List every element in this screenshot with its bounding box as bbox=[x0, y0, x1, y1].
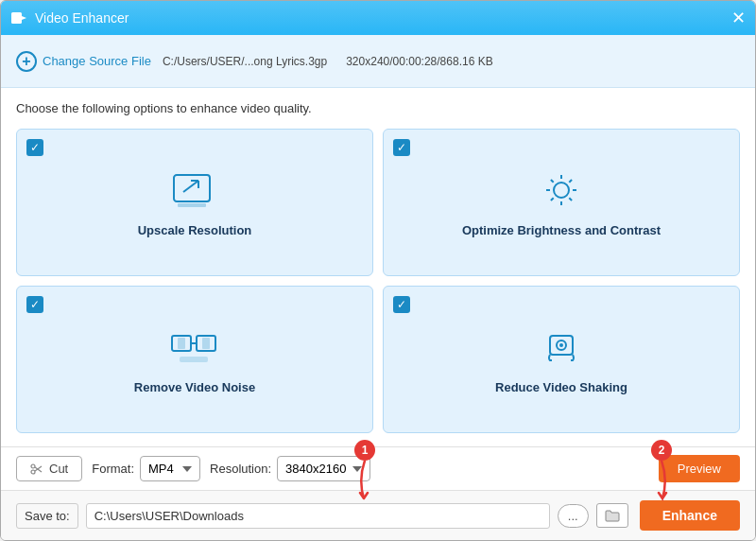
format-group: Format: MP4MOVAVIMKV bbox=[92, 456, 200, 481]
checkbox-upscale[interactable]: ✓ bbox=[26, 139, 43, 156]
svg-rect-17 bbox=[178, 338, 185, 349]
svg-point-24 bbox=[559, 343, 563, 347]
save-to-label: Save to: bbox=[16, 503, 78, 529]
svg-rect-0 bbox=[11, 12, 22, 24]
options-grid: ✓ Upscale Resolution ✓ bbox=[16, 129, 740, 433]
option-upscale[interactable]: ✓ Upscale Resolution bbox=[16, 129, 373, 276]
folder-icon bbox=[605, 509, 620, 522]
cut-button[interactable]: Cut bbox=[16, 456, 82, 481]
resolution-select[interactable]: 3840x21601920x10801280x720640x480 bbox=[277, 456, 370, 481]
folder-button[interactable] bbox=[596, 503, 628, 528]
resolution-label: Resolution: bbox=[210, 462, 271, 476]
change-source-button[interactable]: + Change Source File bbox=[16, 51, 151, 72]
svg-line-12 bbox=[551, 180, 554, 183]
svg-rect-2 bbox=[174, 175, 210, 201]
svg-rect-21 bbox=[180, 357, 208, 362]
svg-rect-19 bbox=[202, 338, 210, 349]
format-select[interactable]: MP4MOVAVIMKV bbox=[140, 456, 200, 481]
shaking-icon bbox=[535, 327, 588, 371]
svg-line-13 bbox=[569, 198, 572, 201]
resolution-group: Resolution: 3840x21601920x10801280x72064… bbox=[210, 456, 370, 481]
option-noise-label: Remove Video Noise bbox=[134, 380, 255, 394]
brightness-icon bbox=[535, 170, 588, 214]
checkbox-brightness[interactable]: ✓ bbox=[393, 139, 410, 156]
app-window: Video Enhancer ✕ + Change Source File C:… bbox=[0, 0, 756, 541]
source-file-path: C:/Users/USER/...ong Lyrics.3gp bbox=[163, 55, 327, 68]
scissors-icon bbox=[30, 462, 43, 476]
svg-line-28 bbox=[35, 466, 42, 471]
svg-line-4 bbox=[183, 181, 198, 192]
cut-label: Cut bbox=[49, 462, 68, 476]
title-bar: Video Enhancer ✕ bbox=[1, 1, 755, 35]
option-shaking[interactable]: ✓ Reduce Video Shaking bbox=[383, 286, 740, 433]
svg-rect-3 bbox=[178, 203, 206, 207]
option-brightness[interactable]: ✓ Optimize Brightness and Contrast bbox=[383, 129, 740, 276]
app-icon bbox=[10, 9, 27, 26]
plus-icon: + bbox=[16, 51, 37, 72]
option-noise[interactable]: ✓ Remove Video Noise bbox=[16, 286, 373, 433]
svg-point-26 bbox=[31, 470, 35, 474]
close-button[interactable]: ✕ bbox=[731, 9, 746, 26]
source-file-info: 320x240/00:00:28/868.16 KB bbox=[346, 55, 492, 68]
noise-icon bbox=[168, 327, 221, 371]
svg-line-15 bbox=[551, 198, 554, 201]
svg-point-25 bbox=[31, 464, 35, 468]
instruction-text: Choose the following options to enhance … bbox=[16, 101, 740, 115]
checkbox-noise[interactable]: ✓ bbox=[26, 296, 43, 313]
svg-point-7 bbox=[554, 183, 569, 198]
svg-line-14 bbox=[569, 180, 572, 183]
checkbox-shaking[interactable]: ✓ bbox=[393, 296, 410, 313]
svg-marker-1 bbox=[22, 16, 26, 20]
title-bar-left: Video Enhancer bbox=[10, 9, 129, 26]
content-area: Choose the following options to enhance … bbox=[1, 88, 755, 446]
toolbar: Cut Format: MP4MOVAVIMKV Resolution: 384… bbox=[1, 446, 755, 490]
option-upscale-label: Upscale Resolution bbox=[138, 223, 252, 237]
window-title: Video Enhancer bbox=[35, 10, 129, 26]
preview-button[interactable]: Preview bbox=[659, 455, 740, 482]
svg-line-27 bbox=[35, 467, 42, 472]
save-bar: Save to: 1 ... 2 Enhance bbox=[1, 490, 755, 540]
save-path-input[interactable] bbox=[86, 503, 550, 529]
source-bar: + Change Source File C:/Users/USER/...on… bbox=[1, 35, 755, 88]
option-shaking-label: Reduce Video Shaking bbox=[495, 380, 627, 394]
upscale-icon bbox=[168, 170, 221, 214]
change-source-label: Change Source File bbox=[43, 54, 151, 68]
enhance-button[interactable]: Enhance bbox=[640, 500, 740, 531]
option-brightness-label: Optimize Brightness and Contrast bbox=[462, 223, 661, 237]
format-label: Format: bbox=[92, 462, 134, 476]
browse-button[interactable]: ... bbox=[558, 504, 589, 528]
